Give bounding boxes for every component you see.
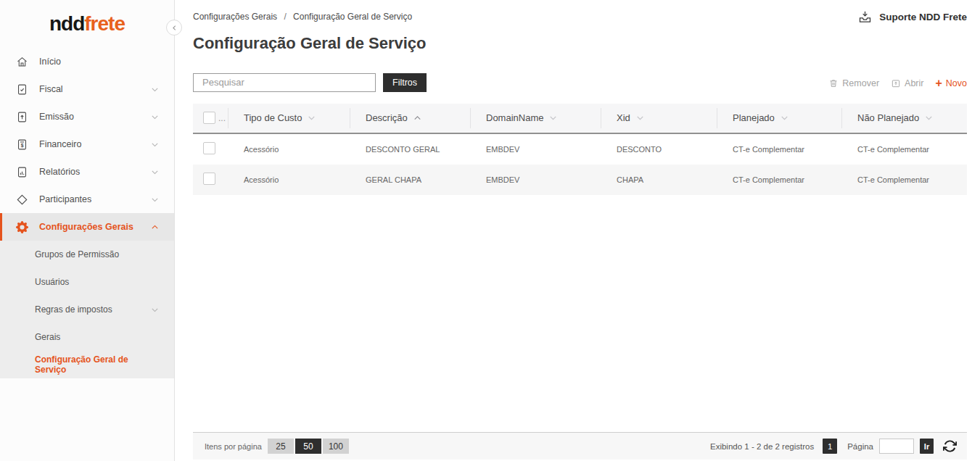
chevron-down-icon xyxy=(150,85,160,94)
column-header-label: Xid xyxy=(617,112,630,123)
open-window-icon xyxy=(891,78,901,88)
page-label: Página xyxy=(847,442,873,451)
sidebar-item-label: Fiscal xyxy=(39,84,150,94)
open-button[interactable]: Abrir xyxy=(891,78,923,88)
sidebar-subitem-label: Grupos de Permissão xyxy=(35,249,160,259)
row-checkbox[interactable] xyxy=(203,142,215,154)
remove-button[interactable]: Remover xyxy=(828,78,879,88)
top-bar: Configurações Gerais / Configuração Gera… xyxy=(193,9,967,24)
refresh-icon[interactable] xyxy=(943,439,957,453)
search-input[interactable] xyxy=(193,73,376,92)
table-header-row: ... Tipo de Custo Descrição DomainName xyxy=(193,104,967,134)
home-icon xyxy=(16,56,28,68)
sidebar-subitem-usuarios[interactable]: Usuários xyxy=(0,268,174,296)
sidebar: nddfrete Início Fiscal xyxy=(0,0,175,461)
support-link[interactable]: Suporte NDD Frete xyxy=(857,9,967,25)
items-per-page-label: Itens por página xyxy=(205,442,262,451)
table-row[interactable]: Acessório DESCONTO GERAL EMBDEV DESCONTO… xyxy=(193,134,967,165)
sort-chevron-down-icon xyxy=(306,112,317,123)
toolbar-actions: Remover Abrir + Novo xyxy=(828,78,967,92)
column-header-descricao[interactable]: Descrição xyxy=(350,104,470,133)
chevron-down-icon xyxy=(150,112,160,122)
sidebar-item-emissao[interactable]: Emissão xyxy=(0,103,174,130)
document-check-icon xyxy=(16,83,28,96)
sidebar-subitem-label: Gerais xyxy=(35,332,160,342)
page-size-100-button[interactable]: 100 xyxy=(323,439,349,454)
column-header-label: Tipo de Custo xyxy=(244,112,302,123)
logo-text-frete: frete xyxy=(84,12,125,36)
column-header-tipo-de-custo[interactable]: Tipo de Custo xyxy=(228,104,350,133)
go-button[interactable]: Ir xyxy=(920,439,934,454)
filters-button[interactable]: Filtros xyxy=(383,73,427,92)
sidebar-item-label: Início xyxy=(39,57,160,67)
row-select-cell xyxy=(193,173,228,186)
sidebar-subitem-label: Regras de impostos xyxy=(35,304,150,315)
sidebar-item-participantes[interactable]: Participantes xyxy=(0,186,174,213)
select-all-checkbox[interactable] xyxy=(203,112,215,124)
sidebar-item-financeiro[interactable]: $ Financeiro xyxy=(0,130,174,158)
sort-chevron-down-icon xyxy=(635,112,646,123)
page-size-group: 25 50 100 xyxy=(268,439,349,454)
new-button[interactable]: + Novo xyxy=(935,78,967,88)
remove-button-label: Remover xyxy=(842,78,879,88)
cell-tipo-de-custo: Acessório xyxy=(228,145,350,154)
open-button-label: Abrir xyxy=(905,78,923,88)
breadcrumb: Configurações Gerais / Configuração Gera… xyxy=(193,12,412,22)
content-spacer xyxy=(193,195,967,432)
diamond-icon xyxy=(16,194,28,206)
trash-icon xyxy=(828,78,839,88)
sidebar-item-relatorios[interactable]: Relatórios xyxy=(0,158,174,186)
showing-records-text: Exibindo 1 - 2 de 2 registros xyxy=(710,442,814,451)
selector-column-label: ... xyxy=(218,113,226,123)
support-inbox-icon xyxy=(857,9,873,25)
document-dollar-icon: $ xyxy=(16,138,28,151)
plus-icon: + xyxy=(935,79,942,88)
breadcrumb-parent[interactable]: Configurações Gerais xyxy=(193,12,277,22)
sidebar-subitem-grupos-de-permissao[interactable]: Grupos de Permissão xyxy=(0,241,174,268)
sidebar-item-fiscal[interactable]: Fiscal xyxy=(0,75,174,103)
cell-nao-planejado: CT-e Complementar xyxy=(841,175,967,184)
column-header-planejado[interactable]: Planejado xyxy=(717,104,841,133)
page-size-25-button[interactable]: 25 xyxy=(268,439,294,454)
gear-icon xyxy=(16,221,28,233)
cell-domainname: EMBDEV xyxy=(470,175,601,184)
sidebar-subitem-configuracao-geral-de-servico[interactable]: Configuração Geral de Serviço xyxy=(0,351,174,378)
logo-text-ndd: ndd xyxy=(49,12,84,36)
document-chart-icon xyxy=(16,166,28,178)
sidebar-item-inicio[interactable]: Início xyxy=(0,48,174,75)
sidebar-collapse-button[interactable] xyxy=(166,20,182,36)
cell-planejado: CT-e Complementar xyxy=(717,145,841,154)
cell-xid: DESCONTO xyxy=(601,145,717,154)
chevron-left-icon xyxy=(170,24,178,32)
column-header-nao-planejado[interactable]: Não Planejado xyxy=(841,104,967,133)
cell-domainname: EMBDEV xyxy=(470,145,601,154)
column-header-xid[interactable]: Xid xyxy=(601,104,717,133)
page-number-button[interactable]: 1 xyxy=(823,439,837,454)
page-title: Configuração Geral de Serviço xyxy=(193,34,967,53)
row-select-cell xyxy=(193,142,228,156)
column-header-domainname[interactable]: DomainName xyxy=(470,104,601,133)
main-content: Configurações Gerais / Configuração Gera… xyxy=(175,0,980,461)
sidebar-item-label: Financeiro xyxy=(39,139,150,149)
sort-chevron-up-icon xyxy=(412,112,423,123)
document-upload-icon xyxy=(16,111,28,123)
cell-descricao: GERAL CHAPA xyxy=(350,175,470,184)
cell-nao-planejado: CT-e Complementar xyxy=(841,145,967,154)
sort-chevron-down-icon xyxy=(548,112,559,123)
sidebar-item-configuracoes-gerais[interactable]: Configurações Gerais xyxy=(0,213,174,241)
page-size-50-button[interactable]: 50 xyxy=(295,439,321,454)
cell-planejado: CT-e Complementar xyxy=(717,175,841,184)
row-checkbox[interactable] xyxy=(203,173,215,185)
cell-descricao: DESCONTO GERAL xyxy=(350,145,470,154)
sidebar-subitem-gerais[interactable]: Gerais xyxy=(0,323,174,351)
breadcrumb-current[interactable]: Configuração Geral de Serviço xyxy=(293,12,412,22)
sidebar-subitem-regras-de-impostos[interactable]: Regras de impostos xyxy=(0,296,174,323)
sort-chevron-down-icon xyxy=(923,112,934,123)
table-row[interactable]: Acessório GERAL CHAPA EMBDEV CHAPA CT-e … xyxy=(193,165,967,195)
column-header-label: Planejado xyxy=(733,112,775,123)
toolbar: Filtros Remover Abrir + Novo xyxy=(193,73,967,92)
sidebar-subitem-label: Configuração Geral de Serviço xyxy=(35,354,160,375)
sort-chevron-down-icon xyxy=(779,112,790,123)
sidebar-submenu: Grupos de Permissão Usuários Regras de i… xyxy=(0,241,174,378)
page-number-input[interactable] xyxy=(879,439,914,454)
